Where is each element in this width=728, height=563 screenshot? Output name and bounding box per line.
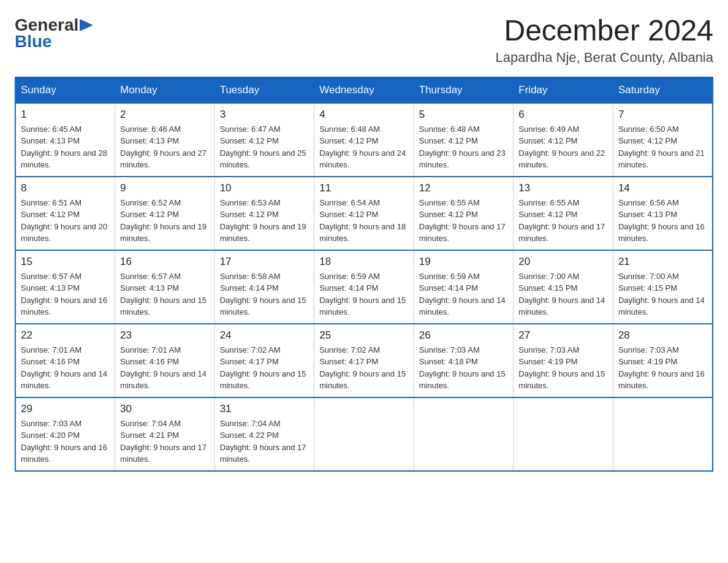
day-number: 6	[518, 109, 608, 121]
sunset-label: Sunset: 4:12 PM	[220, 210, 279, 219]
logo-arrow-icon	[80, 19, 93, 31]
day-info: Sunrise: 7:02 AM Sunset: 4:17 PM Dayligh…	[319, 344, 409, 392]
title-section: December 2024 Lapardha Nje, Berat County…	[496, 15, 714, 66]
day-info: Sunrise: 7:03 AM Sunset: 4:18 PM Dayligh…	[419, 344, 509, 392]
sunset-label: Sunset: 4:12 PM	[120, 210, 179, 219]
sunset-label: Sunset: 4:12 PM	[21, 210, 80, 219]
daylight-label: Daylight: 9 hours and 16 minutes.	[618, 369, 705, 391]
sunset-label: Sunset: 4:19 PM	[618, 357, 677, 366]
day-number: 1	[21, 109, 110, 121]
daylight-label: Daylight: 9 hours and 14 minutes.	[120, 369, 207, 391]
table-row: 8 Sunrise: 6:51 AM Sunset: 4:12 PM Dayli…	[15, 177, 115, 250]
sunset-label: Sunset: 4:17 PM	[319, 357, 378, 366]
location-subtitle: Lapardha Nje, Berat County, Albania	[496, 50, 714, 66]
day-number: 19	[419, 256, 509, 268]
sunset-label: Sunset: 4:13 PM	[618, 210, 677, 219]
day-info: Sunrise: 6:49 AM Sunset: 4:12 PM Dayligh…	[518, 123, 608, 171]
table-row: 5 Sunrise: 6:48 AM Sunset: 4:12 PM Dayli…	[414, 103, 514, 177]
sunrise-label: Sunrise: 6:53 AM	[220, 198, 281, 207]
table-row: 30 Sunrise: 7:04 AM Sunset: 4:21 PM Dayl…	[115, 397, 215, 471]
sunset-label: Sunset: 4:15 PM	[518, 283, 577, 293]
day-number: 21	[618, 256, 707, 268]
daylight-label: Daylight: 9 hours and 25 minutes.	[220, 148, 306, 170]
sunset-label: Sunset: 4:18 PM	[419, 357, 478, 366]
daylight-label: Daylight: 9 hours and 15 minutes.	[120, 296, 207, 317]
day-number: 14	[618, 182, 707, 194]
daylight-label: Daylight: 9 hours and 15 minutes.	[319, 296, 406, 317]
daylight-label: Daylight: 9 hours and 19 minutes.	[120, 222, 207, 243]
table-row: 26 Sunrise: 7:03 AM Sunset: 4:18 PM Dayl…	[414, 324, 514, 397]
daylight-label: Daylight: 9 hours and 27 minutes.	[120, 148, 207, 170]
daylight-label: Daylight: 9 hours and 14 minutes.	[21, 369, 107, 391]
daylight-label: Daylight: 9 hours and 15 minutes.	[319, 369, 406, 391]
sunrise-label: Sunrise: 7:00 AM	[618, 272, 679, 281]
table-row: 12 Sunrise: 6:55 AM Sunset: 4:12 PM Dayl…	[414, 177, 514, 250]
sunrise-label: Sunrise: 6:49 AM	[518, 124, 579, 134]
sunset-label: Sunset: 4:17 PM	[220, 357, 279, 366]
table-row: 18 Sunrise: 6:59 AM Sunset: 4:14 PM Dayl…	[314, 250, 414, 324]
day-number: 11	[319, 182, 409, 194]
daylight-label: Daylight: 9 hours and 15 minutes.	[220, 296, 306, 317]
sunset-label: Sunset: 4:21 PM	[120, 431, 179, 440]
calendar-week-1: 1 Sunrise: 6:45 AM Sunset: 4:13 PM Dayli…	[15, 103, 713, 177]
day-number: 8	[21, 182, 110, 194]
sunrise-label: Sunrise: 7:03 AM	[618, 345, 679, 354]
table-row: 22 Sunrise: 7:01 AM Sunset: 4:16 PM Dayl…	[15, 324, 115, 397]
daylight-label: Daylight: 9 hours and 16 minutes.	[21, 296, 107, 317]
sunset-label: Sunset: 4:12 PM	[319, 210, 378, 219]
sunset-label: Sunset: 4:14 PM	[319, 283, 378, 293]
sunset-label: Sunset: 4:13 PM	[120, 136, 179, 145]
sunset-label: Sunset: 4:12 PM	[618, 136, 677, 145]
day-info: Sunrise: 6:57 AM Sunset: 4:13 PM Dayligh…	[21, 270, 110, 318]
daylight-label: Daylight: 9 hours and 14 minutes.	[518, 296, 605, 317]
daylight-label: Daylight: 9 hours and 19 minutes.	[220, 222, 306, 243]
table-row: 19 Sunrise: 6:59 AM Sunset: 4:14 PM Dayl…	[414, 250, 514, 324]
sunset-label: Sunset: 4:16 PM	[21, 357, 80, 366]
day-number: 29	[21, 403, 110, 415]
day-number: 5	[419, 109, 509, 121]
day-number: 26	[419, 329, 509, 342]
table-row: 7 Sunrise: 6:50 AM Sunset: 4:12 PM Dayli…	[613, 103, 713, 177]
sunrise-label: Sunrise: 7:01 AM	[120, 345, 181, 354]
table-row: 9 Sunrise: 6:52 AM Sunset: 4:12 PM Dayli…	[115, 177, 215, 250]
table-row: 16 Sunrise: 6:57 AM Sunset: 4:13 PM Dayl…	[115, 250, 215, 324]
header-friday: Friday	[514, 77, 613, 103]
day-number: 4	[319, 109, 409, 121]
sunset-label: Sunset: 4:12 PM	[220, 136, 279, 145]
table-row: 20 Sunrise: 7:00 AM Sunset: 4:15 PM Dayl…	[514, 250, 613, 324]
day-number: 7	[618, 109, 707, 121]
day-number: 17	[220, 256, 309, 268]
daylight-label: Daylight: 9 hours and 22 minutes.	[518, 148, 605, 170]
day-number: 16	[120, 256, 210, 268]
logo: General Blue	[15, 15, 93, 52]
sunset-label: Sunset: 4:12 PM	[518, 136, 577, 145]
table-row: 10 Sunrise: 6:53 AM Sunset: 4:12 PM Dayl…	[214, 177, 314, 250]
header-wednesday: Wednesday	[314, 77, 414, 103]
sunrise-label: Sunrise: 7:03 AM	[419, 345, 480, 354]
table-row	[514, 397, 613, 471]
table-row: 25 Sunrise: 7:02 AM Sunset: 4:17 PM Dayl…	[314, 324, 414, 397]
table-row: 23 Sunrise: 7:01 AM Sunset: 4:16 PM Dayl…	[115, 324, 215, 397]
day-info: Sunrise: 7:00 AM Sunset: 4:15 PM Dayligh…	[518, 270, 608, 318]
day-info: Sunrise: 6:57 AM Sunset: 4:13 PM Dayligh…	[120, 270, 210, 318]
day-info: Sunrise: 7:01 AM Sunset: 4:16 PM Dayligh…	[120, 344, 210, 392]
logo-blue-text: Blue	[15, 32, 52, 52]
day-number: 13	[518, 182, 608, 194]
day-info: Sunrise: 6:53 AM Sunset: 4:12 PM Dayligh…	[220, 197, 309, 245]
table-row: 11 Sunrise: 6:54 AM Sunset: 4:12 PM Dayl…	[314, 177, 414, 250]
daylight-label: Daylight: 9 hours and 17 minutes.	[419, 222, 506, 243]
daylight-label: Daylight: 9 hours and 15 minutes.	[220, 369, 306, 391]
header-tuesday: Tuesday	[214, 77, 314, 103]
day-info: Sunrise: 7:03 AM Sunset: 4:19 PM Dayligh…	[618, 344, 707, 392]
table-row: 6 Sunrise: 6:49 AM Sunset: 4:12 PM Dayli…	[514, 103, 613, 177]
daylight-label: Daylight: 9 hours and 18 minutes.	[319, 222, 406, 243]
sunrise-label: Sunrise: 6:46 AM	[120, 124, 181, 134]
day-info: Sunrise: 6:50 AM Sunset: 4:12 PM Dayligh…	[618, 123, 707, 171]
day-number: 18	[319, 256, 409, 268]
table-row	[314, 397, 414, 471]
table-row: 21 Sunrise: 7:00 AM Sunset: 4:15 PM Dayl…	[613, 250, 713, 324]
sunrise-label: Sunrise: 6:59 AM	[319, 272, 380, 281]
day-number: 3	[220, 109, 309, 121]
daylight-label: Daylight: 9 hours and 16 minutes.	[618, 222, 705, 243]
sunrise-label: Sunrise: 7:02 AM	[220, 345, 281, 354]
